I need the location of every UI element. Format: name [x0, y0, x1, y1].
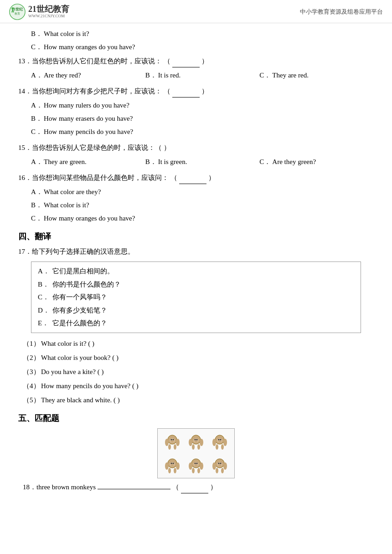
question-17: 17． 给下列句子选择正确的汉语意思。 A． 它们是黑白相间的。 B． 你的书是…	[18, 246, 374, 406]
svg-point-70	[212, 462, 216, 470]
list-item: A． How many rulers do you have?	[31, 99, 374, 112]
sub-question-5: （5） They are black and white. ( )	[23, 394, 374, 406]
svg-point-60	[200, 462, 203, 470]
q13-line: 13． 当你想告诉别人它们是红色的时，应该说： （）	[18, 55, 374, 67]
list-item: D． 你有多少支铅笔？	[38, 304, 354, 317]
q16-num: 16．	[18, 172, 32, 184]
q18-paren: （）	[172, 481, 217, 493]
list-item: A． Are they red?	[31, 69, 145, 82]
list-item: C． How many oranges do you have?	[31, 212, 374, 225]
list-item: B． What color is it?	[31, 28, 374, 40]
svg-point-67	[218, 462, 220, 464]
q16-line: 16． 当你想询问某些物品是什么颜色时，应该问： （）	[18, 172, 374, 184]
list-item: C． How many oranges do you have?	[31, 41, 374, 53]
q13-paren: （）	[164, 57, 208, 65]
question-15: 15． 当你想告诉别人它是绿色的时，应该说：（ ） A． They are gr…	[18, 142, 374, 168]
svg-text:教育: 教育	[15, 12, 20, 15]
svg-point-49	[176, 462, 180, 470]
question-14: 14． 当你想询问对方有多少把尺子时，应该说： （） A． How many r…	[18, 85, 374, 138]
q13-num: 13．	[18, 55, 32, 67]
svg-point-37	[212, 439, 216, 446]
list-item: A． They are green.	[31, 156, 145, 168]
q17-num: 17．	[18, 246, 32, 258]
svg-point-51	[174, 468, 176, 473]
list-item: B． 你的书是什么颜色的？	[38, 278, 354, 291]
q15-options: A． They are green. B． It is green. C． Ar…	[31, 156, 374, 168]
prev-options: B． What color is it? C． How many oranges…	[31, 28, 374, 53]
svg-point-59	[189, 462, 192, 470]
q15-text: 当你想告诉别人它是绿色的时，应该说：（ ）	[32, 142, 374, 154]
q14-line: 14． 当你想询问对方有多少把尺子时，应该说： （）	[18, 85, 374, 97]
svg-point-34	[218, 439, 220, 440]
list-item: C． How many pencils do you have?	[31, 126, 374, 138]
svg-point-40	[221, 444, 224, 450]
logo-url: WWW.21CNJY.COM	[28, 14, 69, 19]
list-item: B． It is green.	[145, 156, 260, 168]
q15-line: 15． 当你想告诉别人它是绿色的时，应该说：（ ）	[18, 142, 374, 154]
svg-point-58	[195, 464, 197, 466]
svg-point-29	[197, 444, 200, 450]
svg-point-27	[200, 439, 203, 446]
q14-paren: （）	[164, 87, 208, 95]
sub-question-1: （1） What color is it? ( )	[23, 338, 374, 350]
list-item: C． 你有一个风筝吗？	[38, 291, 354, 304]
q18-text: three brown monkeys	[36, 481, 96, 493]
list-item: E． 它是什么颜色的？	[38, 317, 354, 330]
svg-point-72	[216, 468, 218, 473]
svg-point-50	[168, 468, 171, 473]
svg-point-73	[221, 468, 224, 473]
q14-num: 14．	[18, 85, 32, 97]
question-16: 16． 当你想询问某些物品是什么颜色时，应该问： （） A． What colo…	[18, 172, 374, 225]
svg-point-61	[192, 468, 195, 473]
q14-options: A． How many rulers do you have? B． How m…	[31, 99, 374, 138]
svg-point-14	[171, 441, 174, 442]
svg-point-16	[176, 439, 180, 446]
list-item: B． It is red.	[145, 69, 260, 82]
question-18: 18． three brown monkeys （）	[23, 481, 374, 493]
svg-point-17	[168, 444, 171, 450]
q18-blank	[98, 489, 170, 489]
svg-point-28	[192, 444, 195, 450]
svg-point-71	[223, 462, 227, 470]
svg-point-35	[220, 439, 222, 440]
list-item: B． What color is it?	[31, 199, 374, 211]
svg-point-45	[171, 462, 172, 464]
q14-text: 当你想询问对方有多少把尺子时，应该说： （）	[32, 85, 374, 97]
svg-point-62	[197, 468, 200, 473]
svg-point-23	[195, 439, 196, 440]
sub-question-4: （4） How many pencils do you have? ( )	[23, 380, 374, 392]
option-b-text: What color is it?	[44, 28, 374, 40]
svg-point-26	[189, 439, 192, 446]
list-item: A． 它们是黑白相间的。	[38, 265, 354, 278]
question-13: 13． 当你想告诉别人它们是红色的时，应该说： （） A． Are they r…	[18, 55, 374, 82]
option-b-label: B．	[31, 28, 44, 40]
monkey-image-area	[18, 428, 374, 478]
option-c-label: C．	[31, 41, 44, 53]
translation-box: A． 它们是黑白相间的。 B． 你的书是什么颜色的？ C． 你有一个风筝吗？ D…	[31, 262, 361, 333]
monkey-illustration	[160, 431, 232, 476]
main-content: B． What color is it? C． How many oranges…	[0, 23, 392, 503]
svg-point-69	[218, 464, 221, 466]
list-item: B． How many erasers do you have?	[31, 113, 374, 125]
q15-num: 15．	[18, 142, 32, 154]
svg-point-68	[220, 462, 222, 464]
sub-question-3: （3） Do you have a kite? ( )	[23, 366, 374, 378]
section4-title: 四、翻译	[18, 231, 374, 242]
svg-point-18	[174, 444, 176, 450]
svg-point-47	[171, 464, 174, 466]
logo-icon: 21世纪 教育	[9, 4, 26, 20]
q16-options: A． What color are they? B． What color is…	[31, 186, 374, 225]
sub-question-2: （2） What color is your book? ( )	[23, 352, 374, 364]
logo-area: 21世纪 教育 21世纪教育 WWW.21CNJY.COM	[9, 4, 69, 20]
platform-name: 中小学教育资源及组卷应用平台	[300, 8, 383, 16]
q17-line: 17． 给下列句子选择正确的汉语意思。	[18, 246, 374, 258]
svg-point-46	[173, 462, 174, 464]
monkey-box	[157, 428, 235, 478]
q17-text: 给下列句子选择正确的汉语意思。	[32, 246, 374, 258]
list-item: A． What color are they?	[31, 186, 374, 198]
logo-name: 21世纪教育	[28, 5, 69, 14]
q16-text: 当你想询问某些物品是什么颜色时，应该问： （）	[32, 172, 374, 184]
section5-title: 五、匹配题	[18, 413, 374, 424]
q13-text: 当你想告诉别人它们是红色的时，应该说： （）	[32, 55, 374, 67]
option-c-text: How many oranges do you have?	[44, 41, 374, 53]
